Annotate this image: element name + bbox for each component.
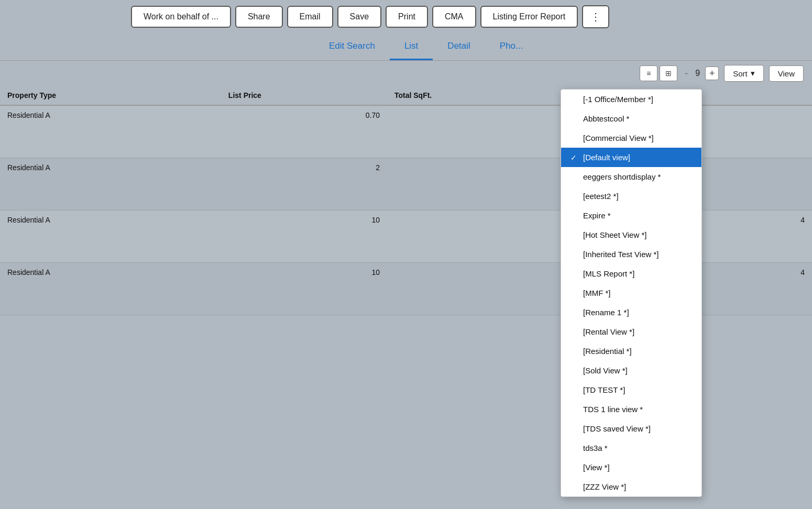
col-list-price: List Price (221, 86, 387, 105)
cell-property-type: Residential A (0, 262, 221, 315)
dropdown-item-label: [MMF *] (583, 289, 611, 297)
email-button[interactable]: Email (287, 6, 333, 28)
dropdown-item-label: [Commercial View *] (583, 134, 654, 142)
work-on-behalf-button[interactable]: Work on behalf of ... (131, 6, 231, 28)
cell-total-sqft (387, 105, 568, 158)
cell-list-price: 10 (221, 262, 387, 315)
controls-row: ≡ ⊞ - 9 + Sort ▾ View (0, 61, 812, 86)
dropdown-item[interactable]: [MMF *] (561, 283, 701, 303)
cma-button[interactable]: CMA (432, 6, 476, 28)
grid-view-button[interactable]: ⊞ (660, 65, 677, 81)
dropdown-item-label: Abbtestcool * (583, 114, 629, 123)
tab-detail[interactable]: Detail (433, 34, 485, 60)
col-property-type: Property Type (0, 86, 221, 105)
dropdown-item[interactable]: [Sold View *] (561, 361, 701, 380)
dropdown-item-label: tds3a * (583, 444, 608, 452)
dropdown-item-label: [TDS saved View *] (583, 424, 651, 433)
dropdown-item[interactable]: tds3a * (561, 438, 701, 458)
dropdown-item-label: [Rename 1 *] (583, 308, 629, 317)
dropdown-item[interactable]: [Inherited Test View *] (561, 245, 701, 264)
dropdown-item-label: TDS 1 line view * (583, 405, 643, 414)
cell-list-price: 10 (221, 210, 387, 262)
dropdown-item-label: Expire * (583, 211, 611, 220)
dropdown-item[interactable]: Expire * (561, 206, 701, 225)
dropdown-item-label: [Sold View *] (583, 366, 628, 375)
count-display: 9 (695, 69, 700, 78)
dropdown-item-label: [Hot Sheet View *] (583, 230, 646, 239)
dropdown-item-label: [MLS Report *] (583, 269, 634, 278)
dropdown-item[interactable]: [Rental View *] (561, 322, 701, 341)
cell-total-sqft (387, 158, 568, 210)
checkmark-icon: ✓ (570, 153, 579, 162)
dropdown-item-label: [TD TEST *] (583, 385, 625, 394)
toolbar: Work on behalf of ... Share Email Save P… (0, 0, 812, 34)
cell-property-type: Residential A (0, 105, 221, 158)
dropdown-item[interactable]: [TD TEST *] (561, 380, 701, 400)
dropdown-item-label: [eetest2 *] (583, 192, 619, 201)
dropdown-item[interactable]: [eetest2 *] (561, 186, 701, 206)
dropdown-item[interactable]: [Residential *] (561, 341, 701, 361)
plus-button[interactable]: + (705, 67, 719, 80)
sort-label: Sort (733, 69, 748, 78)
view-dropdown: [-1 Office/Member *]Abbtestcool *[Commer… (561, 89, 702, 497)
cell-list-price: 0.70 (221, 105, 387, 158)
dropdown-item[interactable]: [Hot Sheet View *] (561, 225, 701, 245)
dropdown-item[interactable]: eeggers shortdisplay * (561, 167, 701, 186)
dropdown-item-label: [Residential *] (583, 347, 632, 356)
tab-list[interactable]: List (390, 34, 433, 60)
view-icons: ≡ ⊞ (640, 65, 677, 81)
print-button[interactable]: Print (386, 6, 428, 28)
sort-chevron-icon: ▾ (751, 69, 755, 78)
dropdown-item-label: [-1 Office/Member *] (583, 95, 653, 104)
view-button[interactable]: View (769, 65, 804, 82)
listing-error-report-button[interactable]: Listing Error Report (480, 6, 578, 28)
dropdown-item-label: [Rental View *] (583, 327, 634, 336)
share-button[interactable]: Share (235, 6, 283, 28)
cell-list-price: 2 (221, 158, 387, 210)
tab-bar: Edit Search List Detail Pho... (0, 34, 812, 61)
dropdown-item-label: [Default view] (583, 153, 630, 162)
dropdown-item[interactable]: [ZZZ View *] (561, 477, 701, 496)
dropdown-item[interactable]: Abbtestcool * (561, 109, 701, 128)
sort-button[interactable]: Sort ▾ (724, 65, 764, 82)
save-button[interactable]: Save (337, 6, 381, 28)
dropdown-item-label: [View *] (583, 463, 610, 472)
cell-property-type: Residential A (0, 158, 221, 210)
separator: - (683, 68, 690, 79)
dropdown-item-label: [ZZZ View *] (583, 482, 626, 491)
dropdown-item[interactable]: [MLS Report *] (561, 264, 701, 283)
dropdown-item[interactable]: [View *] (561, 458, 701, 477)
dropdown-item[interactable]: [Commercial View *] (561, 128, 701, 148)
list-view-button[interactable]: ≡ (640, 65, 657, 81)
dropdown-item[interactable]: [Rename 1 *] (561, 303, 701, 322)
cell-total-sqft (387, 210, 568, 262)
dropdown-item[interactable]: [TDS saved View *] (561, 419, 701, 438)
col-total-sqft: Total SqFt. (387, 86, 568, 105)
dropdown-item[interactable]: [-1 Office/Member *] (561, 90, 701, 109)
cell-property-type: Residential A (0, 210, 221, 262)
tab-edit-search[interactable]: Edit Search (314, 34, 390, 60)
dropdown-item[interactable]: ✓[Default view] (561, 148, 701, 167)
more-options-button[interactable]: ⋮ (582, 5, 609, 28)
tab-photos[interactable]: Pho... (485, 34, 537, 60)
dropdown-item-label: [Inherited Test View *] (583, 250, 659, 259)
cell-total-sqft (387, 262, 568, 315)
dropdown-item[interactable]: TDS 1 line view * (561, 400, 701, 419)
dropdown-item-label: eeggers shortdisplay * (583, 172, 661, 181)
